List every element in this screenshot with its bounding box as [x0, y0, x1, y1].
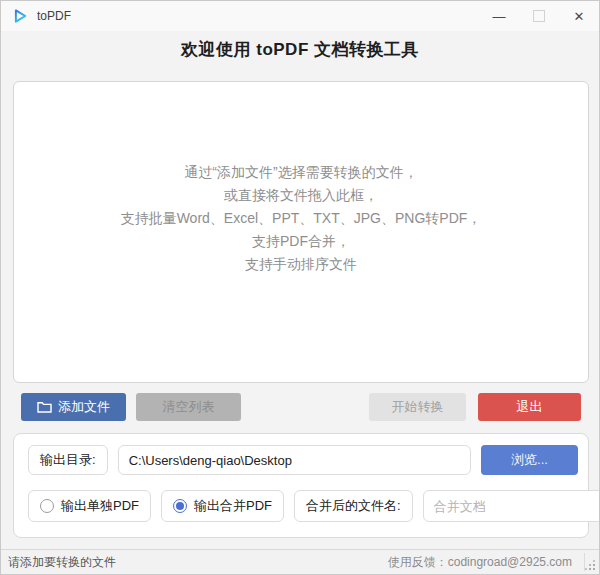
browse-button[interactable]: 浏览... — [481, 445, 578, 475]
output-dir-input[interactable] — [118, 445, 471, 475]
app-window: toPDF — ✕ 欢迎使用 toPDF 文档转换工具 通过“添加文件”选择需要… — [0, 0, 600, 575]
output-settings-panel: 输出目录: 浏览... 输出单独PDF 输出合并PDF 合并后的文件名: — [13, 433, 589, 538]
merge-filename-label: 合并后的文件名: — [294, 490, 413, 522]
status-bar: 请添加要转换的文件 使用反馈：codingroad@2925.com — [1, 549, 599, 574]
output-mode-row: 输出单独PDF 输出合并PDF 合并后的文件名: — [28, 490, 578, 522]
radio-single-label: 输出单独PDF — [61, 497, 139, 515]
minimize-button[interactable]: — — [479, 1, 519, 31]
page-title: 欢迎使用 toPDF 文档转换工具 — [1, 38, 599, 61]
maximize-button[interactable] — [519, 1, 559, 31]
window-controls: — ✕ — [479, 1, 599, 31]
drop-instructions: 通过“添加文件”选择需要转换的文件， 或直接将文件拖入此框， 支持批量Word、… — [121, 161, 482, 276]
feedback-text: 使用反馈：codingroad@2925.com — [388, 554, 572, 571]
resize-grip[interactable] — [583, 558, 595, 570]
merge-filename-input[interactable] — [423, 490, 600, 522]
radio-merge-label: 输出合并PDF — [194, 497, 272, 515]
status-message: 请添加要转换的文件 — [8, 554, 116, 571]
file-drop-area[interactable]: 通过“添加文件”选择需要转换的文件， 或直接将文件拖入此框， 支持批量Word、… — [13, 81, 589, 383]
window-title: toPDF — [37, 9, 71, 23]
clear-list-button[interactable]: 清空列表 — [136, 393, 241, 421]
drop-line: 或直接将文件拖入此框， — [121, 184, 482, 207]
exit-button[interactable]: 退出 — [478, 393, 581, 421]
drop-line: 通过“添加文件”选择需要转换的文件， — [121, 161, 482, 184]
close-button[interactable]: ✕ — [559, 1, 599, 31]
radio-unchecked-icon — [40, 499, 54, 513]
radio-single-pdf[interactable]: 输出单独PDF — [28, 490, 151, 522]
output-dir-label: 输出目录: — [28, 445, 108, 475]
add-files-button[interactable]: 添加文件 — [21, 393, 126, 421]
folder-icon — [37, 401, 52, 413]
radio-merge-pdf[interactable]: 输出合并PDF — [161, 490, 284, 522]
drop-line: 支持手动排序文件 — [121, 253, 482, 276]
app-logo-icon — [11, 7, 29, 25]
title-bar: toPDF — ✕ — [1, 1, 599, 31]
output-dir-row: 输出目录: 浏览... — [28, 445, 578, 475]
radio-checked-icon — [173, 499, 187, 513]
maximize-icon — [533, 10, 545, 22]
drop-line: 支持PDF合并， — [121, 230, 482, 253]
add-files-label: 添加文件 — [58, 398, 110, 416]
start-convert-button[interactable]: 开始转换 — [369, 393, 466, 421]
drop-line: 支持批量Word、Excel、PPT、TXT、JPG、PNG转PDF， — [121, 207, 482, 230]
